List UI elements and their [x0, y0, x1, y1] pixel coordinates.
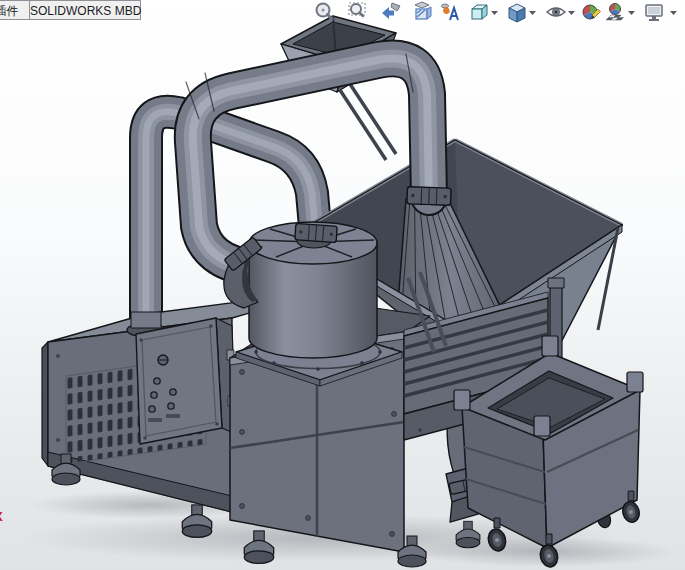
solidworks-viewport[interactable]: 插件 SOLIDWORKS MBD — [0, 0, 685, 570]
edit-appearance-icon[interactable] — [580, 1, 602, 23]
display-style-dropdown[interactable] — [528, 1, 537, 23]
zoom-to-fit-icon[interactable] — [314, 1, 336, 23]
pipe-clamp — [295, 223, 337, 242]
apply-scene-icon[interactable] — [604, 1, 626, 23]
zoom-to-area-icon[interactable] — [347, 1, 369, 23]
view-orientation-icon[interactable] — [468, 1, 490, 23]
section-view-icon[interactable] — [412, 1, 434, 23]
panel-latch[interactable] — [158, 355, 168, 365]
triad-x-axis-label: X — [0, 509, 3, 524]
tab-solidworks-addins[interactable]: 插件 — [0, 0, 30, 20]
hide-show-items-dropdown[interactable] — [567, 1, 576, 23]
view-orientation-dropdown[interactable] — [490, 1, 499, 23]
view-settings-icon[interactable] — [643, 1, 665, 23]
hide-show-items-icon[interactable] — [545, 1, 567, 23]
tab-solidworks-mbd[interactable]: SOLIDWORKS MBD — [29, 0, 141, 20]
dynamic-annotation-views-icon[interactable] — [440, 1, 462, 23]
apply-scene-dropdown[interactable] — [627, 1, 636, 23]
pipe-clamp — [407, 187, 451, 206]
cad-model-canvas[interactable] — [0, 0, 685, 570]
view-settings-dropdown[interactable] — [669, 1, 678, 23]
control-panel[interactable] — [136, 318, 236, 444]
display-style-icon[interactable] — [506, 1, 528, 23]
previous-view-icon[interactable] — [380, 1, 402, 23]
